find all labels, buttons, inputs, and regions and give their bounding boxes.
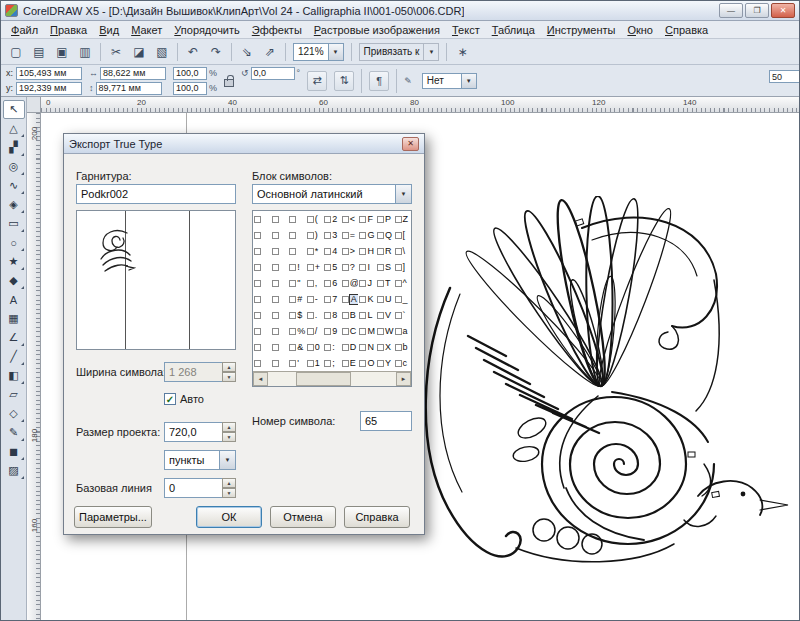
char-cell[interactable]: X xyxy=(376,339,394,355)
window-titlebar[interactable]: CorelDRAW X5 - [D:\Дизайн Вышивок\КлипАр… xyxy=(1,1,799,21)
char-cell[interactable]: ^ xyxy=(394,275,412,291)
char-cell[interactable] xyxy=(271,307,289,323)
blend-tool[interactable]: ◧ xyxy=(3,366,25,385)
vertical-ruler[interactable]: 200180160 xyxy=(27,113,41,620)
char-checkbox[interactable] xyxy=(377,248,384,255)
crop-tool[interactable]: ▞ xyxy=(3,138,25,157)
symbol-number-input[interactable]: 65 xyxy=(360,411,412,431)
char-cell[interactable]: E xyxy=(341,355,359,371)
char-checkbox[interactable] xyxy=(254,216,261,223)
char-cell[interactable] xyxy=(271,243,289,259)
chevron-down-icon[interactable]: ▼ xyxy=(328,44,343,60)
menu-item[interactable]: Инструменты xyxy=(541,23,622,37)
char-cell[interactable]: N xyxy=(358,339,376,355)
char-checkbox[interactable] xyxy=(395,296,402,303)
char-checkbox[interactable] xyxy=(377,328,384,335)
eyedropper-tool[interactable]: ◇ xyxy=(3,404,25,423)
copy-icon[interactable]: ◪ xyxy=(128,42,150,62)
char-cell[interactable]: 3 xyxy=(323,227,341,243)
char-cell[interactable] xyxy=(271,211,289,227)
char-checkbox[interactable] xyxy=(254,248,261,255)
ok-button[interactable]: ОК xyxy=(196,506,262,528)
zoom-level-select[interactable]: 121% ▼ xyxy=(293,43,344,61)
char-checkbox[interactable] xyxy=(359,328,366,335)
menu-item[interactable]: Макет xyxy=(125,23,168,37)
char-checkbox[interactable] xyxy=(307,264,314,271)
chevron-down-icon[interactable]: ▼ xyxy=(219,451,235,469)
outline-pen-tool[interactable]: ✎ xyxy=(3,423,25,442)
undo-icon[interactable]: ↶ xyxy=(182,42,204,62)
char-checkbox[interactable] xyxy=(395,216,402,223)
spin-up-icon[interactable]: ▲ xyxy=(222,362,236,372)
snap-to-select[interactable]: Привязать к ▼ xyxy=(359,43,440,61)
char-checkbox[interactable] xyxy=(359,344,366,351)
char-cell[interactable]: C xyxy=(341,323,359,339)
spin-up-icon[interactable]: ▲ xyxy=(222,422,236,432)
char-checkbox[interactable] xyxy=(254,296,261,303)
char-cell[interactable] xyxy=(253,227,271,243)
char-checkbox[interactable] xyxy=(307,248,314,255)
char-cell[interactable]: . xyxy=(306,307,324,323)
menu-item[interactable]: Вид xyxy=(93,23,125,37)
char-checkbox[interactable] xyxy=(289,248,296,255)
char-checkbox[interactable] xyxy=(254,344,261,351)
char-checkbox[interactable] xyxy=(289,296,296,303)
char-checkbox[interactable] xyxy=(342,312,349,319)
char-checkbox[interactable] xyxy=(324,344,331,351)
char-cell[interactable]: F xyxy=(358,211,376,227)
char-cell[interactable]: & xyxy=(288,339,306,355)
project-size-value[interactable]: 720,0 xyxy=(164,422,222,442)
minimize-button[interactable]: — xyxy=(719,3,743,18)
paste-icon[interactable]: ▧ xyxy=(151,42,173,62)
char-checkbox[interactable] xyxy=(359,216,366,223)
char-checkbox[interactable] xyxy=(359,360,366,367)
char-cell[interactable] xyxy=(288,211,306,227)
char-cell[interactable] xyxy=(253,275,271,291)
char-checkbox[interactable] xyxy=(377,312,384,319)
char-checkbox[interactable] xyxy=(324,296,331,303)
cut-icon[interactable]: ✂ xyxy=(105,42,127,62)
char-cell[interactable]: " xyxy=(288,275,306,291)
char-cell[interactable]: ) xyxy=(306,227,324,243)
char-checkbox[interactable] xyxy=(324,232,331,239)
pick-tool[interactable]: ↖ xyxy=(3,100,25,119)
clipped-right-field[interactable]: 50 xyxy=(769,70,800,83)
char-cell[interactable]: M xyxy=(358,323,376,339)
char-checkbox[interactable] xyxy=(272,264,279,271)
object-height-field[interactable]: 89,771 мм xyxy=(96,82,162,95)
char-checkbox[interactable] xyxy=(342,328,349,335)
char-cell[interactable]: @ xyxy=(341,275,359,291)
char-cell[interactable]: I xyxy=(358,259,376,275)
char-checkbox[interactable] xyxy=(254,328,261,335)
char-cell[interactable]: > xyxy=(341,243,359,259)
char-checkbox[interactable] xyxy=(272,232,279,239)
char-cell[interactable]: T xyxy=(376,275,394,291)
scrollbar-track[interactable] xyxy=(268,372,396,386)
char-checkbox[interactable] xyxy=(324,280,331,287)
char-checkbox[interactable] xyxy=(377,280,384,287)
char-checkbox[interactable] xyxy=(342,264,349,271)
char-cell[interactable]: # xyxy=(288,291,306,307)
char-cell[interactable]: R xyxy=(376,243,394,259)
char-cell[interactable]: ! xyxy=(288,259,306,275)
char-checkbox[interactable] xyxy=(254,312,261,319)
char-checkbox[interactable] xyxy=(324,248,331,255)
char-cell[interactable]: U xyxy=(376,291,394,307)
char-cell[interactable]: ` xyxy=(394,307,412,323)
char-cell[interactable] xyxy=(253,307,271,323)
char-checkbox[interactable] xyxy=(359,264,366,271)
char-checkbox[interactable] xyxy=(254,280,261,287)
char-checkbox[interactable] xyxy=(324,216,331,223)
fill-tool[interactable]: ◼ xyxy=(3,442,25,461)
outline-width-select[interactable]: Нет ▼ xyxy=(422,73,477,89)
mirror-vertical-button[interactable]: ⇅ xyxy=(334,71,354,91)
char-cell[interactable]: * xyxy=(306,243,324,259)
char-checkbox[interactable] xyxy=(395,344,402,351)
redo-icon[interactable]: ↷ xyxy=(205,42,227,62)
char-cell[interactable]: Y xyxy=(376,355,394,371)
maximize-button[interactable]: ❐ xyxy=(745,3,769,18)
char-cell[interactable]: P xyxy=(376,211,394,227)
char-checkbox[interactable] xyxy=(342,280,349,287)
symbol-block-select[interactable]: Основной латинский ▼ xyxy=(252,184,412,204)
char-checkbox[interactable] xyxy=(307,360,314,367)
